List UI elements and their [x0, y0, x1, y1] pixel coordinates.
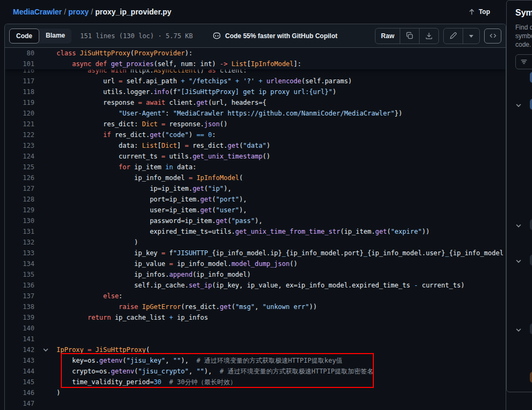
copilot-icon [212, 32, 221, 40]
pencil-icon [449, 32, 457, 40]
symbol-pill[interactable] [530, 372, 532, 383]
symbol-item [507, 372, 532, 383]
line-number[interactable]: 122 [5, 130, 34, 140]
code-line-text: if res_dict.get("code") == 0: [56, 130, 506, 140]
line-number[interactable]: 119 [5, 97, 34, 108]
code-line-text: IpProxy = JiSuHttpProxy( [56, 344, 506, 355]
code-line-text: port=ip_item.get("port"), [56, 194, 506, 205]
breadcrumb-repo-link[interactable]: MediaCrawler [13, 8, 62, 16]
line-number[interactable]: 147 [5, 398, 34, 409]
symbol-pill[interactable] [530, 72, 532, 83]
arrow-up-icon [468, 8, 476, 16]
code-line: 138 raise IpGetError(res_dict.get("msg",… [5, 301, 506, 312]
line-number[interactable]: 127 [5, 183, 34, 194]
code-line-text: data: List[Dict] = res_dict.get("data") [56, 140, 506, 151]
symbols-pane-title: Symbols [515, 8, 532, 18]
filter-icon [520, 58, 528, 66]
code-line-text: password=ip_item.get("pass"), [56, 215, 506, 226]
download-button[interactable] [419, 28, 438, 44]
line-number[interactable]: 141 [5, 334, 34, 344]
raw-button[interactable]: Raw [375, 28, 400, 44]
code-line: 132 ) [5, 237, 506, 248]
line-number[interactable]: 118 [5, 87, 34, 97]
code-line: 141 [5, 334, 506, 344]
edit-dropdown-button[interactable] [463, 28, 479, 44]
copilot-banner[interactable]: Code 55% faster with GitHub Copilot [212, 32, 338, 40]
code-line-text: raise IpGetError(res_dict.get("msg", "un… [56, 301, 506, 312]
code-line-text: expired_time_ts=utils.get_unix_time_from… [56, 226, 506, 237]
symbol-pill[interactable] [530, 255, 532, 265]
line-number[interactable]: 145 [5, 377, 34, 387]
fold-toggle[interactable] [34, 347, 56, 353]
breadcrumb-filename: proxy_ip_provider.py [95, 8, 172, 16]
symbol-pill[interactable] [530, 219, 532, 230]
back-to-top-button[interactable]: Top [468, 8, 490, 16]
sticky-scope-lines: 80class JiSuHttpProxy(ProxyProvider):101… [5, 48, 506, 69]
file-meta-text: 151 lines (130 loc) · 5.75 KB [80, 32, 193, 40]
code-panel: Code Blame 151 lines (130 loc) · 5.75 KB… [4, 24, 506, 410]
symbol-chevron[interactable] [515, 101, 522, 111]
chevron-down-icon [515, 327, 522, 333]
code-line-text: crypto=os.getenv("jisu_crypto", ""), # 通… [56, 366, 506, 377]
line-number[interactable]: 129 [5, 205, 34, 215]
line-number[interactable]: 143 [5, 355, 34, 366]
line-number[interactable]: 139 [5, 312, 34, 323]
code-lines: 116 async with httpx.AsyncClient() as cl… [5, 48, 506, 409]
line-number[interactable]: 144 [5, 366, 34, 377]
code-line: 140 [5, 323, 506, 334]
code-line: 80class JiSuHttpProxy(ProxyProvider): [5, 48, 506, 59]
line-number[interactable]: 117 [5, 76, 34, 87]
code-line: 130 password=ip_item.get("pass"), [5, 215, 506, 226]
tab-code[interactable]: Code [9, 28, 39, 44]
code-line: 120 "User-Agent": "MediaCrawler https://… [5, 108, 506, 119]
top-label: Top [479, 8, 490, 16]
edit-button[interactable] [444, 28, 463, 44]
line-number[interactable]: 140 [5, 323, 34, 334]
symbol-chevron[interactable] [515, 221, 522, 231]
line-number[interactable]: 138 [5, 301, 34, 312]
line-number[interactable]: 101 [5, 59, 34, 69]
code-line: 137 else: [5, 291, 506, 301]
code-line: 136 self.ip_cache.set_ip(ip_key, ip_valu… [5, 280, 506, 291]
breadcrumb-separator: / [89, 8, 95, 16]
line-number[interactable]: 80 [5, 48, 34, 59]
symbol-item [507, 219, 532, 230]
line-number[interactable]: 136 [5, 280, 34, 291]
code-line-text: "User-Agent": "MediaCrawler https://gith… [56, 108, 506, 119]
line-number[interactable]: 132 [5, 237, 34, 248]
line-number[interactable]: 137 [5, 291, 34, 301]
line-number[interactable]: 133 [5, 248, 34, 258]
code-line-text: time_validity_period=30 # 30分钟（最长时效） [56, 377, 506, 387]
line-number[interactable]: 120 [5, 108, 34, 119]
line-number[interactable]: 135 [5, 269, 34, 280]
code-editor-area: 116 async with httpx.AsyncClient() as cl… [5, 48, 506, 410]
line-number[interactable]: 121 [5, 119, 34, 130]
code-line-text: ) [56, 387, 506, 398]
copy-button[interactable] [400, 28, 419, 44]
symbol-chevron[interactable] [515, 257, 522, 267]
code-line-text: self.ip_cache.set_ip(ip_key, ip_value, e… [56, 280, 506, 291]
code-line: 139 return ip_cache_list + ip_infos [5, 312, 506, 323]
line-number[interactable]: 131 [5, 226, 34, 237]
symbols-toggle-button[interactable] [484, 28, 501, 44]
chevron-down-icon [515, 102, 522, 109]
line-number[interactable]: 123 [5, 140, 34, 151]
line-number[interactable]: 146 [5, 387, 34, 398]
line-number[interactable]: 134 [5, 258, 34, 269]
line-number[interactable]: 125 [5, 162, 34, 172]
breadcrumb-folder-link[interactable]: proxy [68, 8, 89, 16]
line-number[interactable]: 124 [5, 151, 34, 162]
code-line-text: current_ts = utils.get_unix_timestamp() [56, 151, 506, 162]
line-number[interactable]: 142 [5, 344, 34, 355]
line-number[interactable]: 130 [5, 215, 34, 226]
symbol-chevron[interactable] [515, 326, 522, 335]
code-line-text: ip_infos.append(ip_info_model) [56, 269, 506, 280]
symbol-pill[interactable] [530, 323, 532, 334]
line-number[interactable]: 126 [5, 172, 34, 183]
code-symbols-icon [489, 32, 497, 40]
line-number[interactable]: 128 [5, 194, 34, 205]
tab-blame[interactable]: Blame [39, 28, 72, 44]
symbol-item [507, 323, 532, 334]
symbol-pill[interactable] [530, 99, 532, 110]
code-line: 134 ip_value = ip_info_model.model_dump_… [5, 258, 506, 269]
